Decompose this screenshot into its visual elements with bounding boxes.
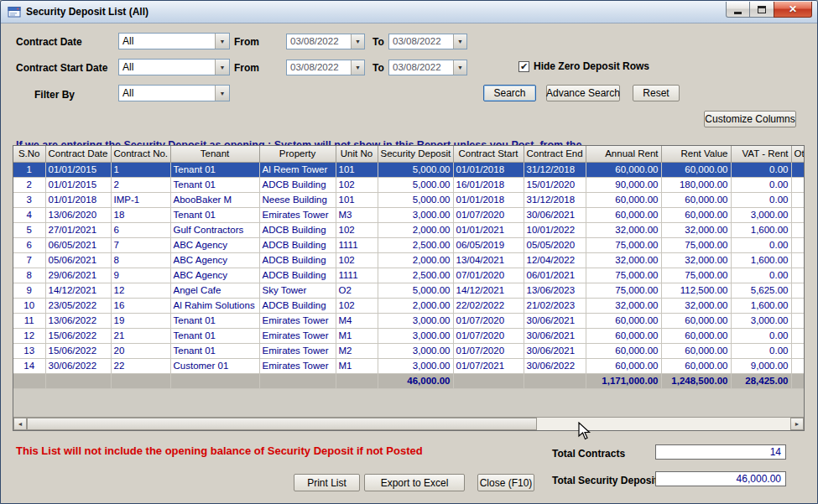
table-row[interactable]: 1430/06/202222Customer 01Emirates TowerM… — [13, 358, 805, 373]
contract-start-to-input[interactable]: 03/08/2022 ▼ — [388, 60, 467, 75]
cell: 1 — [111, 162, 170, 177]
cell: Emirates Tower — [259, 358, 336, 373]
cell: 9,000.00 — [731, 358, 791, 373]
table-row[interactable]: 201/01/20152Tenant 01ADCB Building1025,0… — [13, 177, 805, 192]
scroll-left-icon[interactable]: ◄ — [13, 418, 27, 430]
cell: Angel Cafe — [170, 283, 259, 298]
cell — [791, 328, 805, 343]
table-row[interactable]: 829/06/20219ABC AgencyADCB Building11112… — [13, 268, 805, 283]
cell: 23/05/2022 — [45, 298, 111, 313]
column-header-unit-no[interactable]: Unit No — [336, 146, 378, 162]
table-row[interactable]: 1023/05/202216Al Rahim SolutionsADCB Bui… — [13, 298, 805, 313]
table-row[interactable]: 606/05/20217ABC AgencyADCB Building11112… — [13, 237, 805, 252]
column-header-annual-rent[interactable]: Annual Rent — [586, 146, 661, 162]
column-header-property[interactable]: Property — [259, 146, 336, 162]
cell: 2,500.00 — [378, 237, 453, 252]
table-row[interactable]: 914/12/202112Angel CafeSky TowerO25,000.… — [13, 283, 805, 298]
horizontal-scrollbar[interactable]: ◄ ► — [13, 417, 804, 430]
minimize-button[interactable] — [726, 2, 750, 18]
cell: 60,000.00 — [586, 192, 661, 207]
table-row[interactable]: 527/01/20216Gulf ContractorsADCB Buildin… — [13, 222, 805, 237]
cell: 7 — [111, 237, 170, 252]
cell: ADCB Building — [259, 268, 336, 283]
cell: 1111 — [336, 268, 378, 283]
cell — [791, 222, 805, 237]
cell: 21/02/2023 — [524, 298, 586, 313]
cell: 3,000.00 — [731, 313, 791, 328]
table-row[interactable]: 1113/06/202219Tenant 01Emirates TowerM43… — [13, 313, 805, 328]
scroll-right-icon[interactable]: ► — [790, 418, 804, 430]
app-icon — [8, 5, 21, 18]
advance-search-button[interactable]: Advance Search — [546, 85, 620, 101]
cell: Tenant 01 — [170, 313, 259, 328]
cell: 14 — [13, 358, 45, 373]
contract-start-from-input[interactable]: 03/08/2022 ▼ — [286, 60, 365, 75]
table-row[interactable]: 413/06/202018Tenant 01Emirates TowerM33,… — [13, 207, 805, 222]
column-header-ot[interactable]: Ot — [791, 146, 805, 162]
cell: Emirates Tower — [259, 207, 336, 222]
totals-cell — [336, 373, 378, 388]
column-header-contract-date[interactable]: Contract Date — [45, 146, 111, 162]
table-row[interactable]: 705/06/20218ABC AgencyADCB Building1022,… — [13, 252, 805, 268]
cell: 30/06/2021 — [524, 313, 586, 328]
column-header-vat-rent[interactable]: VAT - Rent — [731, 146, 791, 162]
contract-start-date-combo[interactable]: All ▼ — [118, 59, 230, 75]
contract-date-from-input[interactable]: 03/08/2022 ▼ — [286, 34, 365, 49]
contract-start-to-value: 03/08/2022 — [389, 60, 453, 75]
cell: 8 — [111, 252, 170, 268]
totals-cell — [45, 373, 111, 388]
cell: 06/01/2021 — [524, 268, 586, 283]
cell — [791, 207, 805, 222]
contract-date-to-input[interactable]: 03/08/2022 ▼ — [388, 34, 467, 49]
filter-by-combo[interactable]: All ▼ — [118, 85, 230, 101]
column-header-contract-end[interactable]: Contract End — [524, 146, 586, 162]
cell: 13/06/2020 — [45, 207, 111, 222]
cell: Sky Tower — [259, 283, 336, 298]
close-button[interactable]: ✕ — [774, 2, 812, 18]
contract-date-combo[interactable]: All ▼ — [118, 33, 230, 49]
cell: 3,000.00 — [378, 313, 453, 328]
reset-button[interactable]: Reset — [633, 85, 680, 101]
close-f10-button[interactable]: Close (F10) — [477, 474, 534, 491]
cell: 01/01/2021 — [453, 222, 524, 237]
column-header-contract-no[interactable]: Contract No. — [111, 146, 170, 162]
column-header-s-no[interactable]: S.No — [13, 146, 45, 162]
filter-by-combo-value: All — [119, 86, 215, 101]
cell: 07/01/2020 — [453, 268, 524, 283]
total-security-deposit-value: 46,000.00 — [655, 471, 786, 486]
cell: 0.00 — [731, 268, 791, 283]
cell: 01/01/2015 — [45, 177, 111, 192]
cell: 5,625.00 — [731, 283, 791, 298]
hide-zero-deposit-checkbox[interactable]: ✔ Hide Zero Deposit Rows — [518, 60, 649, 72]
chevron-down-icon: ▼ — [453, 34, 466, 49]
search-button[interactable]: Search — [483, 85, 536, 101]
cell: 60,000.00 — [586, 328, 661, 343]
column-header-rent-value[interactable]: Rent Value — [661, 146, 731, 162]
cell: 0.00 — [731, 192, 791, 207]
cell: 2,000.00 — [378, 252, 453, 268]
cell — [791, 268, 805, 283]
cell: 60,000.00 — [586, 162, 661, 177]
cell — [791, 298, 805, 313]
not-posted-warning: This List will not include the opening b… — [16, 444, 423, 457]
window-title: Security Deposit List (All) — [26, 6, 148, 18]
cell: 32,000.00 — [586, 222, 661, 237]
table-row[interactable]: 1315/06/202220Tenant 01Emirates TowerM23… — [13, 343, 805, 358]
table-row[interactable]: 301/01/2018IMP-1AbooBaker MNeese Buildin… — [13, 192, 805, 207]
export-to-excel-button[interactable]: Export to Excel — [364, 474, 465, 491]
contract-date-to-label: To — [373, 36, 384, 48]
table-row[interactable]: 101/01/20151Tenant 01Al Reem Tower1015,0… — [13, 162, 805, 177]
scrollbar-thumb[interactable] — [27, 418, 537, 430]
column-header-security-deposit[interactable]: Security Deposit — [378, 146, 453, 162]
column-header-contract-start[interactable]: Contract Start — [453, 146, 524, 162]
cell: ABC Agency — [170, 237, 259, 252]
column-header-tenant[interactable]: Tenant — [170, 146, 259, 162]
table-row[interactable]: 1215/06/202221Tenant 01Emirates TowerM13… — [13, 328, 805, 343]
cell: Al Reem Tower — [259, 162, 336, 177]
print-list-button[interactable]: Print List — [294, 474, 360, 491]
totals-cell: 1,248,500.00 — [661, 373, 731, 388]
maximize-button[interactable] — [750, 2, 774, 18]
cell: ADCB Building — [259, 177, 336, 192]
cell: Tenant 01 — [170, 343, 259, 358]
customize-columns-button[interactable]: Customize Columns — [704, 111, 796, 127]
